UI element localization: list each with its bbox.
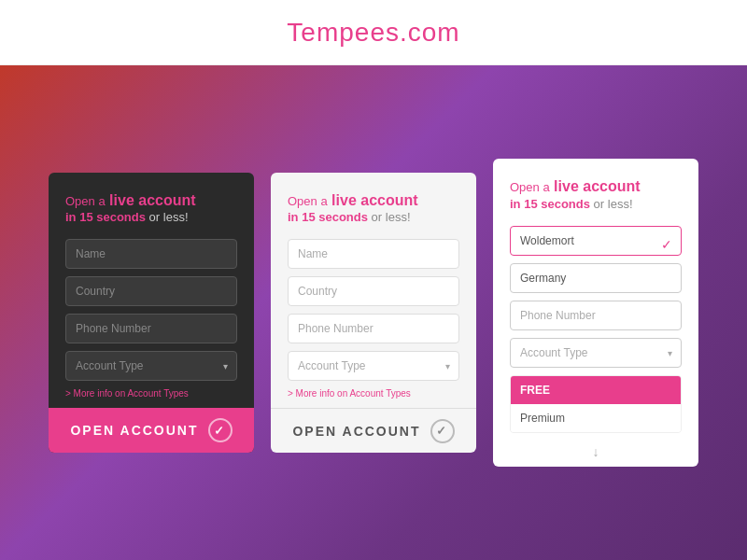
check-circle-dark: ✓	[208, 418, 233, 442]
dropdown-options-white: FREE Premium	[510, 375, 682, 433]
card-white-title-line2: in 15 seconds or less!	[510, 197, 682, 213]
live-text-white: live account	[554, 178, 640, 194]
account-type-select-wrap-white: Account Type FREE Premium ▾	[510, 338, 682, 368]
card-white-title-line1: Open a live account	[510, 177, 682, 197]
account-type-select-dark[interactable]: Account Type FREE Premium	[65, 351, 237, 381]
check-circle-light: ✓	[430, 419, 455, 443]
country-input-light[interactable]	[288, 276, 459, 306]
card-light-header: Open a live account in 15 seconds or les…	[288, 191, 459, 227]
open-text-dark: Open a	[65, 194, 106, 208]
live-text-dark: live account	[109, 192, 195, 208]
card-dark-header: Open a live account in 15 seconds or les…	[65, 191, 237, 227]
scroll-indicator: ↓	[510, 441, 682, 467]
seconds-white: in 15 seconds	[510, 197, 590, 211]
dropdown-option-premium[interactable]: Premium	[511, 404, 681, 432]
card-dark: Open a live account in 15 seconds or les…	[49, 173, 254, 454]
or-less-dark: or less!	[149, 210, 189, 224]
dropdown-option-free[interactable]: FREE	[511, 376, 681, 404]
more-info-dark[interactable]: > More info on Account Types	[65, 388, 237, 399]
seconds-dark: in 15 seconds	[65, 210, 146, 224]
phone-input-light[interactable]	[288, 314, 459, 343]
card-light-title-line1: Open a live account	[288, 191, 459, 211]
account-type-select-wrap-dark: Account Type FREE Premium ▾	[65, 351, 237, 381]
name-check-icon: ✓	[661, 237, 672, 252]
card-light-title-line2: in 15 seconds or less!	[288, 210, 459, 226]
card-dark-title-line2: in 15 seconds or less!	[65, 210, 237, 226]
open-account-button-dark[interactable]: OPEN ACCOUNT ✓	[49, 408, 254, 453]
country-input-dark[interactable]	[65, 276, 237, 306]
name-input-light[interactable]	[288, 239, 459, 269]
phone-input-dark[interactable]	[65, 314, 237, 343]
main-background: Open a live account in 15 seconds or les…	[0, 65, 747, 560]
open-account-button-light[interactable]: OPEN ACCOUNT ✓	[271, 408, 476, 453]
site-title: Tempees.com	[287, 18, 459, 48]
card-dark-title-line1: Open a live account	[65, 191, 237, 211]
name-input-dark[interactable]	[65, 239, 237, 269]
account-type-select-wrap-light: Account Type FREE Premium ▾	[288, 351, 459, 381]
open-text-white: Open a	[510, 180, 550, 194]
more-info-light[interactable]: > More info on Account Types	[288, 388, 459, 399]
card-white: Open a live account in 15 seconds or les…	[493, 159, 698, 467]
account-type-select-white[interactable]: Account Type FREE Premium	[510, 338, 682, 368]
phone-input-white[interactable]	[510, 301, 682, 330]
live-text-light: live account	[331, 192, 417, 208]
name-field-wrap-white: ✓	[510, 226, 682, 263]
account-type-select-light[interactable]: Account Type FREE Premium	[288, 351, 459, 381]
seconds-light: in 15 seconds	[288, 210, 368, 224]
open-account-label-dark: OPEN ACCOUNT	[70, 423, 198, 438]
open-account-label-light: OPEN ACCOUNT	[292, 424, 420, 439]
name-input-white[interactable]	[510, 226, 682, 256]
or-less-white: or less!	[594, 197, 633, 211]
open-text-light: Open a	[288, 194, 328, 208]
card-light: Open a live account in 15 seconds or les…	[271, 173, 476, 454]
country-input-white[interactable]	[510, 263, 682, 293]
scroll-down-icon: ↓	[593, 444, 599, 459]
or-less-light: or less!	[372, 210, 411, 224]
top-bar: Tempees.com	[0, 0, 747, 65]
card-white-header: Open a live account in 15 seconds or les…	[510, 177, 682, 213]
